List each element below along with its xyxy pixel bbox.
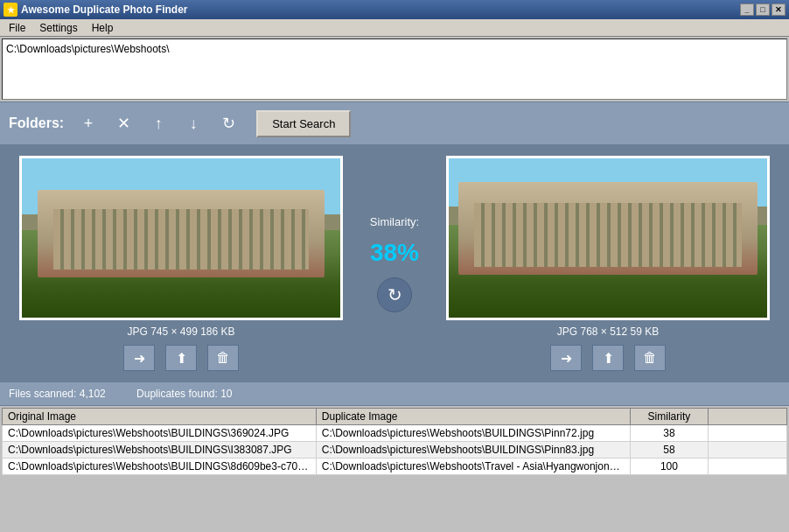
cell-similarity: 58: [630, 442, 709, 458]
col-header-similarity[interactable]: Similarity: [630, 409, 709, 425]
center-panel: Similarity: 38% ↻: [355, 152, 434, 374]
cell-similarity: 100: [630, 458, 709, 475]
cell-duplicate: C:\Downloads\pictures\Webshoots\BUILDING…: [316, 442, 630, 458]
add-folder-button[interactable]: +: [74, 109, 102, 137]
start-search-button[interactable]: Start Search: [256, 110, 351, 137]
folders-text-area[interactable]: C:\Downloads\pictures\Webshoots\: [2, 38, 787, 100]
remove-folder-button[interactable]: ✕: [109, 109, 137, 137]
cell-original: C:\Downloads\pictures\Webshoots\BUILDING…: [3, 425, 317, 442]
col-header-duplicate[interactable]: Duplicate Image: [316, 409, 630, 425]
cell-duplicate: C:\Downloads\pictures\Webshoots\BUILDING…: [316, 425, 630, 442]
app-title: Awesome Duplicate Photo Finder: [21, 4, 740, 16]
table-row[interactable]: C:\Downloads\pictures\Webshoots\BUILDING…: [3, 458, 787, 475]
close-button[interactable]: ✕: [772, 4, 786, 16]
left-delete-button[interactable]: 🗑: [207, 345, 239, 371]
left-move-button[interactable]: ➜: [123, 345, 155, 371]
col-header-original[interactable]: Original Image: [3, 409, 317, 425]
left-photo-panel: JPG 745 × 499 186 KB ➜ ⬆ 🗑: [7, 152, 355, 374]
right-move-button[interactable]: ➜: [550, 345, 582, 371]
results-table-container: Original Image Duplicate Image Similarit…: [2, 408, 787, 475]
similarity-label: Similarity:: [370, 215, 419, 228]
right-photo-frame: [446, 156, 770, 320]
right-photo-panel: JPG 768 × 512 59 KB ➜ ⬆ 🗑: [434, 152, 782, 374]
menu-file[interactable]: File: [2, 20, 32, 36]
refresh-button[interactable]: ↻: [214, 109, 242, 137]
cell-scrollbar: [709, 425, 787, 442]
menu-settings[interactable]: Settings: [32, 20, 84, 36]
left-photo-frame: [19, 156, 343, 320]
left-photo-info: JPG 745 × 499 186 KB: [127, 326, 234, 338]
cell-scrollbar: [709, 458, 787, 475]
minimize-button[interactable]: _: [740, 4, 754, 16]
table-header-row: Original Image Duplicate Image Similarit…: [3, 409, 787, 425]
table-row[interactable]: C:\Downloads\pictures\Webshoots\BUILDING…: [3, 425, 787, 442]
table-body: C:\Downloads\pictures\Webshoots\BUILDING…: [3, 425, 787, 475]
cell-original: C:\Downloads\pictures\Webshoots\BUILDING…: [3, 458, 317, 475]
comparison-area: JPG 745 × 499 186 KB ➜ ⬆ 🗑 Similarity: 3…: [0, 145, 789, 382]
similarity-value: 38%: [370, 239, 419, 267]
files-scanned: Files scanned: 4,102: [9, 388, 106, 400]
right-photo-actions: ➜ ⬆ 🗑: [550, 345, 666, 371]
menu-help[interactable]: Help: [85, 20, 121, 36]
left-photo-actions: ➜ ⬆ 🗑: [123, 345, 239, 371]
menu-bar: File Settings Help: [0, 19, 789, 37]
cell-scrollbar: [709, 442, 787, 458]
move-down-button[interactable]: ↓: [179, 109, 207, 137]
right-upload-button[interactable]: ⬆: [592, 345, 624, 371]
swap-button[interactable]: ↻: [377, 277, 412, 312]
results-table: Original Image Duplicate Image Similarit…: [2, 408, 787, 475]
right-photo-info: JPG 768 × 512 59 KB: [557, 326, 659, 338]
right-photo-image: [449, 158, 767, 318]
cell-similarity: 38: [630, 425, 709, 442]
status-bar: Files scanned: 4,102 Duplicates found: 1…: [0, 382, 789, 406]
maximize-button[interactable]: □: [756, 4, 770, 16]
duplicates-found: Duplicates found: 10: [136, 388, 232, 400]
folders-label: Folders:: [9, 116, 64, 131]
cell-duplicate: C:\Downloads\pictures\Webshoots\Travel -…: [316, 458, 630, 475]
move-up-button[interactable]: ↑: [144, 109, 172, 137]
cell-original: C:\Downloads\pictures\Webshoots\BUILDING…: [3, 442, 317, 458]
toolbar: Folders: + ✕ ↑ ↓ ↻ Start Search: [0, 102, 789, 145]
table-row[interactable]: C:\Downloads\pictures\Webshoots\BUILDING…: [3, 442, 787, 458]
scrollbar-header: [709, 409, 787, 425]
left-upload-button[interactable]: ⬆: [165, 345, 197, 371]
right-delete-button[interactable]: 🗑: [634, 345, 666, 371]
folder-path: C:\Downloads\pictures\Webshoots\: [6, 43, 170, 55]
left-photo-image: [22, 158, 340, 318]
app-icon: ★: [3, 3, 17, 17]
title-bar: ★ Awesome Duplicate Photo Finder _ □ ✕: [0, 0, 789, 19]
window-controls: _ □ ✕: [740, 4, 786, 16]
